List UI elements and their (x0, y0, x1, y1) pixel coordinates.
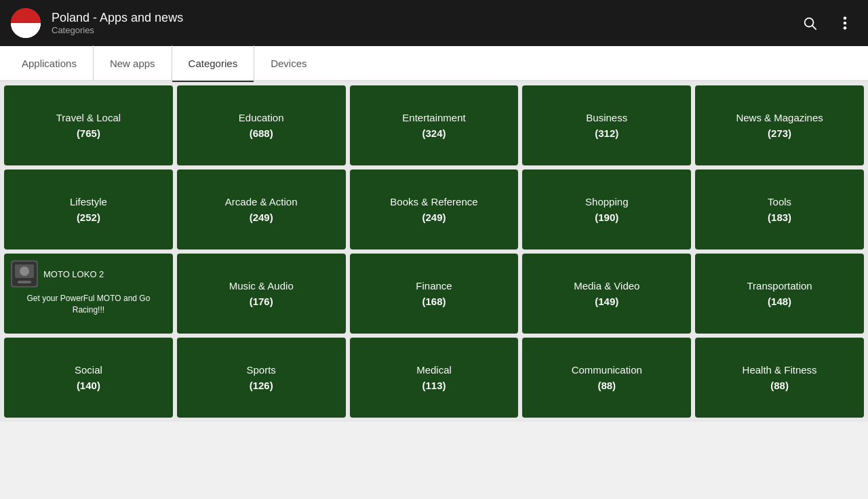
category-tile-social[interactable]: Social (140) (4, 338, 173, 418)
category-tile-ad-moto[interactable]: MOTO LOKO 2 Get your PowerFul MOTO and G… (4, 254, 173, 334)
category-tile-music[interactable]: Music & Audio (176) (177, 254, 346, 334)
tile-category-name: Finance (416, 280, 452, 292)
tile-category-name: Entertainment (402, 112, 465, 123)
category-tile-media[interactable]: Media & Video (149) (522, 254, 691, 334)
navigation-bar: Applications New apps Categories Devices (0, 46, 868, 81)
nav-item-new-apps[interactable]: New apps (94, 45, 172, 81)
tile-category-name: Education (239, 112, 284, 123)
header-subtitle: Categories (52, 25, 797, 35)
tile-category-count: (249) (422, 212, 446, 223)
tile-category-count: (88) (770, 380, 789, 391)
tile-category-count: (312) (595, 127, 618, 139)
tile-category-count: (88) (597, 380, 616, 391)
category-tile-arcade[interactable]: Arcade & Action (249) (177, 169, 346, 250)
tile-category-count: (148) (768, 296, 791, 307)
tile-category-name: Shopping (585, 196, 628, 207)
category-tile-finance[interactable]: Finance (168) (350, 254, 519, 334)
tile-category-count: (190) (595, 212, 618, 223)
category-tile-health[interactable]: Health & Fitness (88) (695, 338, 864, 418)
svg-line-7 (812, 26, 816, 29)
tile-category-count: (140) (77, 380, 100, 391)
more-options-icon[interactable] (833, 11, 857, 35)
tile-category-name: Social (75, 364, 102, 376)
ad-app-icon (11, 260, 38, 287)
category-tile-news[interactable]: News & Magazines (273) (695, 85, 864, 165)
search-icon[interactable] (797, 11, 822, 35)
tile-category-name: Books & Reference (390, 196, 477, 207)
category-tile-books[interactable]: Books & Reference (249) (350, 169, 519, 250)
tile-category-count: (249) (250, 212, 273, 223)
tile-category-count: (149) (595, 296, 618, 307)
category-tile-shopping[interactable]: Shopping (190) (522, 169, 691, 250)
ad-description: Get your PowerFul MOTO and Go Racing!!! (11, 293, 166, 316)
category-tile-travel[interactable]: Travel & Local (765) (4, 85, 173, 165)
svg-point-13 (20, 266, 29, 276)
tile-category-name: Communication (572, 364, 642, 376)
tile-category-name: Travel & Local (56, 112, 121, 123)
tile-category-count: (765) (77, 127, 100, 139)
tile-category-name: Health & Fitness (743, 364, 817, 376)
tile-category-count: (252) (77, 212, 100, 223)
ad-header: MOTO LOKO 2 (11, 260, 166, 287)
category-tile-business[interactable]: Business (312) (522, 85, 691, 165)
nav-item-categories[interactable]: Categories (172, 45, 255, 81)
app-header: Poland - Apps and news Categories (0, 0, 868, 46)
header-main-title: Poland - Apps and news (52, 11, 797, 25)
svg-point-8 (844, 16, 847, 20)
header-actions (797, 11, 857, 35)
app-logo (11, 8, 41, 38)
category-tile-sports[interactable]: Sports (126) (177, 338, 346, 418)
tile-category-name: Music & Audio (229, 280, 294, 292)
category-tile-medical[interactable]: Medical (113) (350, 338, 519, 418)
svg-rect-14 (18, 281, 31, 283)
svg-point-10 (844, 26, 847, 30)
header-title-block: Poland - Apps and news Categories (52, 11, 797, 35)
tile-category-count: (113) (422, 380, 446, 391)
tile-category-count: (176) (250, 296, 273, 307)
tile-category-count: (168) (422, 296, 446, 307)
tile-category-count: (183) (768, 212, 791, 223)
tile-category-count: (273) (768, 127, 791, 139)
category-tile-lifestyle[interactable]: Lifestyle (252) (4, 169, 173, 250)
tile-category-count: (688) (250, 127, 273, 139)
tile-category-count: (126) (250, 380, 273, 391)
category-tile-education[interactable]: Education (688) (177, 85, 346, 165)
svg-rect-5 (11, 23, 41, 38)
tile-category-name: Media & Video (574, 280, 639, 292)
nav-item-applications[interactable]: Applications (5, 45, 94, 81)
tile-category-name: Transportation (747, 280, 812, 292)
ad-title: MOTO LOKO 2 (43, 269, 104, 279)
tile-category-name: Arcade & Action (225, 196, 298, 207)
category-tile-transportation[interactable]: Transportation (148) (695, 254, 864, 334)
tile-category-name: News & Magazines (736, 112, 823, 123)
category-tile-tools[interactable]: Tools (183) (695, 169, 864, 250)
tile-category-name: Medical (416, 364, 452, 376)
category-tile-communication[interactable]: Communication (88) (522, 338, 691, 418)
tile-category-name: Sports (247, 364, 276, 376)
categories-grid: Travel & Local (765) Education (688) Ent… (0, 81, 868, 422)
category-tile-entertainment[interactable]: Entertainment (324) (350, 85, 519, 165)
tile-category-name: Business (586, 112, 627, 123)
nav-item-devices[interactable]: Devices (254, 45, 323, 81)
tile-category-name: Lifestyle (70, 196, 107, 207)
svg-rect-1 (11, 23, 41, 38)
tile-category-count: (324) (422, 127, 446, 139)
tile-category-name: Tools (768, 196, 791, 207)
svg-point-9 (844, 22, 847, 25)
